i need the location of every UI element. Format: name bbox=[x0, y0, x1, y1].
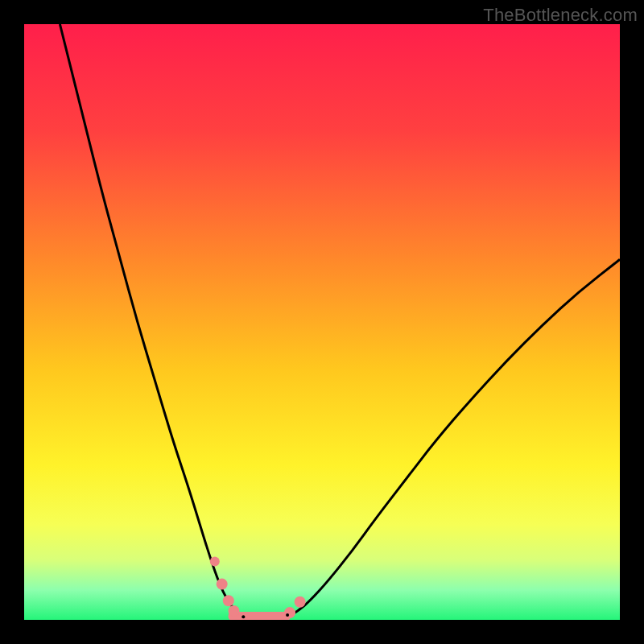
chart-svg bbox=[24, 24, 620, 620]
watermark-text: TheBottleneck.com bbox=[483, 5, 638, 26]
marker-left-dot-1 bbox=[210, 556, 220, 566]
marker-left-dot-4 bbox=[228, 605, 239, 617]
plot-area bbox=[24, 24, 620, 620]
marker-tiny-right bbox=[286, 613, 289, 617]
chart-background bbox=[24, 24, 620, 620]
outer-frame: TheBottleneck.com bbox=[0, 0, 644, 644]
marker-right-dot-1 bbox=[284, 607, 295, 618]
marker-right-dot-2 bbox=[295, 597, 306, 608]
marker-left-dot-3 bbox=[223, 595, 234, 606]
marker-left-dot-2 bbox=[217, 579, 228, 590]
marker-tiny-left bbox=[242, 615, 245, 618]
